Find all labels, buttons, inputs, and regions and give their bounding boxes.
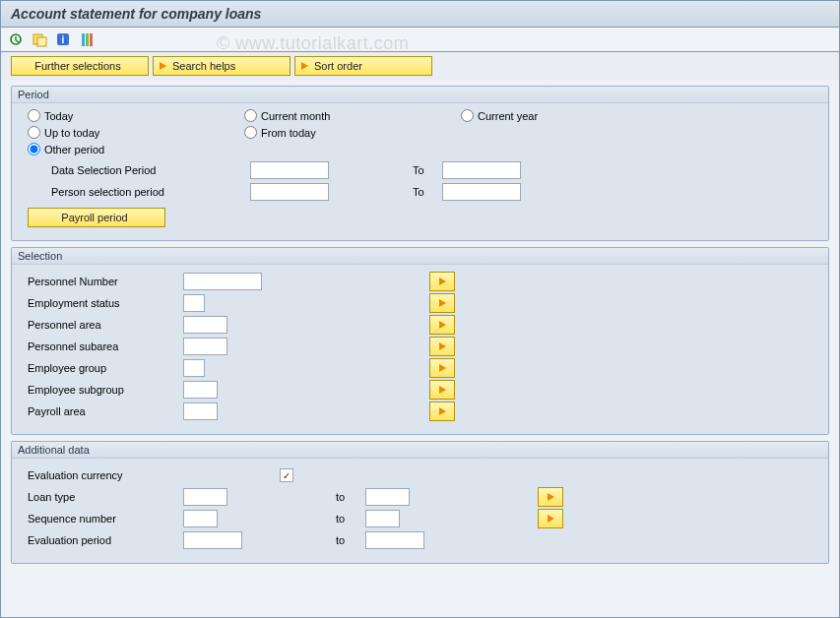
radio-up-to-today-label: Up to today [44, 127, 99, 139]
radio-current-month-label: Current month [261, 110, 330, 122]
payroll-area-multi-button[interactable] [429, 402, 455, 421]
data-selection-to-input[interactable] [442, 161, 521, 179]
radio-current-month[interactable]: Current month [244, 109, 402, 122]
emp-status-input[interactable] [183, 294, 205, 312]
pernr-input[interactable] [183, 273, 262, 290]
emp-group-multi-button[interactable] [429, 358, 455, 378]
pers-area-label: Personnel area [24, 319, 183, 331]
radio-today[interactable]: Today [28, 109, 185, 122]
data-selection-period-label: Data Selection Period [24, 164, 250, 176]
arrow-right-icon [439, 386, 446, 394]
radio-current-year-label: Current year [478, 110, 538, 122]
radio-current-year[interactable]: Current year [461, 109, 618, 122]
pers-subarea-label: Personnel subarea [24, 340, 183, 352]
pernr-label: Personnel Number [24, 276, 183, 287]
seq-number-label: Sequence number [24, 513, 183, 525]
loan-type-multi-button[interactable] [538, 487, 563, 507]
emp-subgroup-multi-button[interactable] [429, 380, 455, 400]
svg-rect-7 [90, 33, 93, 46]
additional-data-group: Additional data Evaluation currency ✓ Lo… [11, 441, 829, 564]
emp-subgroup-input[interactable] [183, 381, 218, 399]
arrow-right-icon [439, 299, 446, 307]
selection-group: Selection Personnel Number Employment st… [11, 247, 829, 435]
search-helps-label: Search helps [172, 60, 235, 72]
further-selections-button[interactable]: Further selections [11, 56, 149, 76]
seq-number-from-input[interactable] [183, 510, 218, 527]
period-title: Period [12, 87, 828, 103]
info-icon[interactable]: i [54, 31, 72, 48]
sort-order-button[interactable]: Sort order [294, 56, 432, 76]
icon-toolbar: i [1, 28, 839, 52]
person-selection-period-label: Person selection period [24, 186, 250, 198]
search-helps-button[interactable]: Search helps [153, 56, 291, 76]
eval-period-to-input[interactable] [365, 531, 424, 549]
arrow-right-icon [301, 62, 308, 70]
to-label: to [336, 534, 365, 546]
tasks-icon[interactable] [78, 31, 96, 48]
eval-period-label: Evaluation period [24, 534, 183, 546]
eval-period-from-input[interactable] [183, 531, 242, 549]
additional-title: Additional data [12, 442, 828, 459]
arrow-right-icon [439, 278, 446, 285]
payroll-area-label: Payroll area [24, 405, 183, 417]
loan-type-label: Loan type [24, 491, 183, 503]
pernr-multi-button[interactable] [429, 272, 455, 291]
arrow-right-icon [439, 321, 446, 329]
svg-rect-2 [37, 37, 46, 46]
to-label: to [336, 491, 365, 503]
radio-other-period[interactable]: Other period [28, 143, 185, 155]
arrow-right-icon [439, 407, 446, 415]
emp-status-label: Employment status [24, 297, 183, 309]
seq-number-to-input[interactable] [365, 510, 400, 527]
svg-text:i: i [61, 34, 64, 45]
variant-icon[interactable] [31, 31, 48, 48]
emp-group-label: Employee group [24, 362, 183, 374]
radio-up-to-today[interactable]: Up to today [28, 126, 185, 139]
arrow-right-icon [548, 515, 554, 523]
loan-type-to-input[interactable] [365, 488, 410, 506]
arrow-right-icon [439, 342, 446, 350]
arrow-right-icon [160, 62, 166, 70]
arrow-right-icon [548, 493, 554, 501]
pers-subarea-input[interactable] [183, 338, 227, 355]
to-label: To [413, 186, 442, 198]
selection-title: Selection [12, 248, 828, 265]
emp-subgroup-label: Employee subgroup [24, 384, 183, 396]
eval-currency-checkbox[interactable]: ✓ [280, 468, 293, 482]
execute-icon[interactable] [7, 31, 25, 48]
pers-area-multi-button[interactable] [429, 315, 455, 335]
arrow-right-icon [439, 364, 446, 372]
radio-from-today[interactable]: From today [244, 126, 402, 139]
pers-subarea-multi-button[interactable] [429, 337, 455, 356]
person-selection-from-input[interactable] [250, 183, 329, 201]
period-group: Period Today Current month Current year … [11, 86, 829, 241]
eval-currency-label: Evaluation currency [24, 469, 280, 481]
pers-area-input[interactable] [183, 316, 227, 334]
page-title: Account statement for company loans [1, 1, 839, 28]
selection-button-bar: Further selections Search helps Sort ord… [1, 52, 839, 80]
payroll-area-input[interactable] [183, 402, 218, 420]
loan-type-from-input[interactable] [183, 488, 227, 506]
to-label: To [413, 164, 442, 176]
payroll-period-button[interactable]: Payroll period [28, 208, 165, 227]
emp-status-multi-button[interactable] [429, 293, 455, 313]
radio-from-today-label: From today [261, 127, 316, 139]
seq-number-multi-button[interactable] [538, 509, 563, 528]
to-label: to [336, 513, 365, 525]
person-selection-to-input[interactable] [442, 183, 521, 201]
sort-order-label: Sort order [314, 60, 362, 72]
radio-today-label: Today [44, 110, 73, 122]
radio-other-period-label: Other period [44, 144, 104, 155]
data-selection-from-input[interactable] [250, 161, 329, 179]
emp-group-input[interactable] [183, 359, 205, 377]
svg-rect-6 [86, 33, 89, 46]
svg-rect-5 [82, 33, 85, 46]
